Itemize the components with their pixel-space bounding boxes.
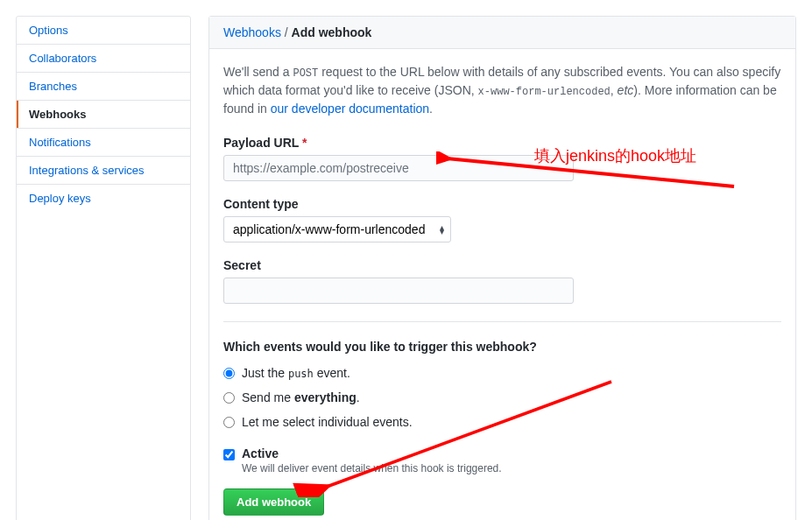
event-option-everything-label[interactable]: Send me everything. [242,390,360,404]
event-option-push[interactable] [223,368,235,379]
event-option-individual[interactable] [223,417,235,428]
sidebar-item-integrations[interactable]: Integrations & services [17,157,190,185]
active-description: We will deliver event details when this … [242,462,502,474]
secret-input[interactable] [223,278,574,304]
intro-text: We'll send a POST request to the URL bel… [223,63,781,118]
sidebar-item-label: Webhooks [29,108,87,121]
content-type-label: Content type [223,197,781,211]
docs-link[interactable]: our developer documentation [271,102,429,116]
sidebar-item-options[interactable]: Options [17,17,190,45]
settings-sidebar: Options Collaborators Branches Webhooks … [16,16,191,520]
sidebar-item-label: Integrations & services [29,164,145,177]
event-option-individual-label[interactable]: Let me select individual events. [242,415,413,429]
breadcrumb-current: Add webhook [292,25,372,39]
breadcrumb-root[interactable]: Webhooks [223,25,281,39]
sidebar-item-branches[interactable]: Branches [17,73,190,101]
sidebar-item-notifications[interactable]: Notifications [17,129,190,157]
add-webhook-button[interactable]: Add webhook [223,488,324,516]
secret-label: Secret [223,258,781,272]
sidebar-item-label: Branches [29,80,77,93]
sidebar-item-label: Collaborators [29,52,96,65]
sidebar-item-label: Deploy keys [29,192,91,205]
sidebar-item-label: Options [29,24,68,37]
divider [223,321,781,322]
event-option-everything[interactable] [223,392,235,404]
payload-url-label: Payload URL * [223,136,781,150]
main-panel: Webhooks / Add webhook We'll send a POST… [208,16,796,520]
breadcrumb-separator: / [285,25,288,39]
events-title: Which events would you like to trigger t… [223,340,781,354]
sidebar-item-deploy-keys[interactable]: Deploy keys [17,185,190,212]
content-type-select[interactable]: application/x-www-form-urlencoded [223,216,451,242]
event-option-push-label[interactable]: Just the push event. [242,366,350,380]
sidebar-item-webhooks[interactable]: Webhooks [17,101,190,129]
breadcrumb: Webhooks / Add webhook [209,17,795,49]
active-label: Active [242,446,502,460]
sidebar-item-collaborators[interactable]: Collaborators [17,45,190,73]
payload-url-input[interactable] [223,155,574,181]
required-indicator: * [302,136,307,150]
sidebar-item-label: Notifications [29,136,91,149]
active-checkbox[interactable] [223,449,235,460]
